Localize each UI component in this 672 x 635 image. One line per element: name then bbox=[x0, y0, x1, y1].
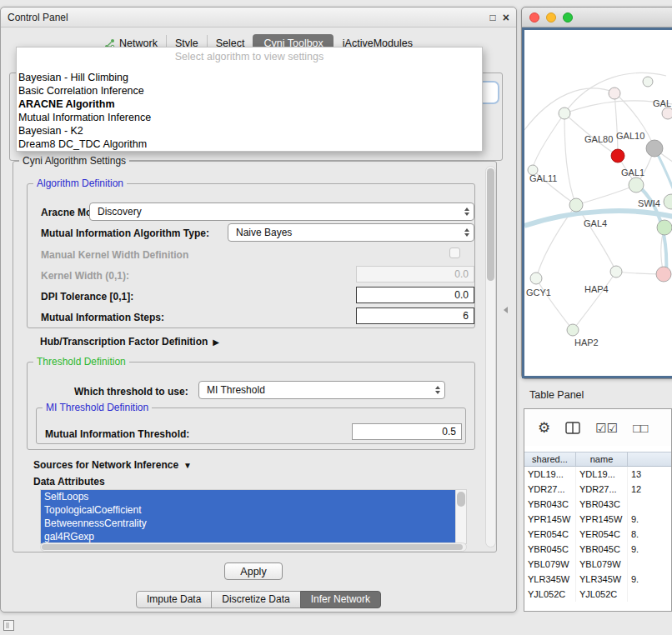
network-canvas-frame: GAL80 GAL10 GAL11 GAL1 SWI4 GAL4 GCY1 HA… bbox=[522, 28, 672, 378]
dpi-tolerance-label: DPI Tolerance [0,1]: bbox=[41, 291, 133, 302]
settings-scrollbar-track[interactable] bbox=[485, 166, 496, 548]
cell: YBL079W bbox=[576, 557, 628, 572]
network-node[interactable] bbox=[664, 194, 672, 209]
network-node[interactable] bbox=[629, 178, 644, 192]
network-node[interactable] bbox=[530, 272, 542, 284]
table-row[interactable]: YLR345W YLR345W 9. bbox=[524, 572, 671, 587]
column-header[interactable]: name bbox=[576, 452, 628, 466]
close-button[interactable] bbox=[529, 12, 539, 22]
network-node[interactable] bbox=[662, 108, 672, 119]
network-node[interactable] bbox=[569, 198, 583, 212]
desktop: Control Panel □ × Network Style Select C… bbox=[0, 0, 672, 635]
tab-infer-network[interactable]: Infer Network bbox=[300, 591, 381, 608]
hub-definition-section[interactable]: Hub/Transcription Factor Definition ▶ bbox=[40, 336, 219, 348]
manual-kernel-width-label: Manual Kernel Width Definition bbox=[41, 249, 188, 261]
column-layout-icon[interactable] bbox=[565, 422, 580, 434]
table-row[interactable]: YDL19... YDL19... 13 bbox=[524, 467, 671, 482]
float-window-button[interactable]: □ bbox=[490, 12, 496, 22]
table-row[interactable]: YER054C YER054C 8. bbox=[524, 527, 671, 542]
cell: YBL079W bbox=[524, 557, 576, 572]
mi-type-combo[interactable]: Naive Bayes bbox=[228, 223, 474, 242]
collapsed-triangle-icon[interactable]: ▶ bbox=[213, 338, 219, 347]
network-node[interactable] bbox=[643, 77, 653, 87]
network-edges-highlighted[interactable] bbox=[524, 148, 672, 274]
network-node[interactable] bbox=[559, 108, 570, 119]
table-body: YDL19... YDL19... 13 YDR27... YDR27... 1… bbox=[524, 467, 671, 602]
network-node-labels: GAL80 GAL10 GAL11 GAL1 SWI4 GAL4 GCY1 HA… bbox=[526, 98, 671, 348]
panel-dock-icon[interactable] bbox=[3, 620, 14, 631]
mi-steps-field[interactable]: 6 bbox=[356, 308, 474, 324]
cell: YDL19... bbox=[524, 467, 576, 482]
network-node-gray[interactable] bbox=[646, 140, 663, 157]
cell: 8. bbox=[628, 527, 671, 542]
table-panel-window: ⚙ ☑☑ □□ shared... name YDL19... YDL19...… bbox=[524, 408, 672, 612]
which-threshold-combo[interactable]: MI Threshold bbox=[198, 381, 445, 399]
network-canvas[interactable]: GAL80 GAL10 GAL11 GAL1 SWI4 GAL4 GCY1 HA… bbox=[524, 30, 672, 378]
dpi-tolerance-field[interactable]: 0.0 bbox=[356, 287, 474, 303]
network-node[interactable] bbox=[609, 88, 620, 99]
dropdown-item-selected[interactable]: ARACNE Algorithm bbox=[17, 98, 482, 111]
column-header[interactable] bbox=[628, 452, 671, 466]
hub-definition-label: Hub/Transcription Factor Definition bbox=[40, 336, 208, 348]
network-node[interactable] bbox=[610, 266, 622, 278]
kernel-width-field: 0.0 bbox=[356, 266, 474, 282]
attribute-item-selected[interactable]: TopologicalCoefficient bbox=[41, 503, 455, 517]
expanded-triangle-icon[interactable]: ▼ bbox=[183, 461, 192, 470]
combo-value: MI Threshold bbox=[207, 384, 265, 396]
dropdown-item[interactable]: Mutual Information Inference bbox=[17, 111, 482, 124]
cell bbox=[628, 557, 671, 572]
mi-threshold-group: MI Threshold Definition Mutual Informati… bbox=[36, 408, 466, 444]
gear-icon[interactable]: ⚙ bbox=[538, 422, 550, 434]
dropdown-item[interactable]: Bayesian - Hill Climbing bbox=[17, 71, 482, 84]
tab-impute-data[interactable]: Impute Data bbox=[136, 591, 212, 608]
field-value: 0.0 bbox=[454, 268, 469, 280]
network-node-red[interactable] bbox=[611, 149, 624, 162]
table-row[interactable]: YBR043C YBR043C bbox=[524, 497, 671, 512]
dropdown-item[interactable]: Bayesian - K2 bbox=[17, 124, 482, 138]
table-row[interactable]: YJL052C YJL052C bbox=[524, 587, 671, 602]
attribute-item-selected[interactable]: SelfLoops bbox=[41, 490, 455, 503]
close-window-button[interactable]: × bbox=[503, 12, 509, 22]
network-node-green[interactable] bbox=[657, 220, 672, 235]
attribute-item-selected[interactable]: BetweennessCentrality bbox=[41, 517, 455, 530]
network-node[interactable] bbox=[567, 324, 579, 336]
table-row[interactable]: YBR045C YBR045C 9. bbox=[524, 542, 671, 557]
mi-steps-label: Mutual Information Steps: bbox=[41, 312, 164, 323]
attributes-hscrollbar-thumb[interactable] bbox=[42, 544, 463, 550]
aracne-mode-combo[interactable]: Discovery bbox=[89, 202, 474, 221]
cell: YDR27... bbox=[524, 482, 576, 497]
threshold-definition-group: Threshold Definition Which threshold to … bbox=[27, 362, 475, 450]
cell: YER054C bbox=[524, 527, 576, 542]
mi-threshold-field[interactable]: 0.5 bbox=[352, 423, 462, 440]
attributes-scrollbar-track[interactable] bbox=[455, 490, 466, 543]
attribute-item-selected[interactable]: gal4RGexp bbox=[41, 530, 455, 543]
network-node-pink[interactable] bbox=[656, 267, 671, 282]
cell: YLR345W bbox=[524, 572, 576, 587]
bottom-tabbar: Impute Data Discretize Data Infer Networ… bbox=[1, 591, 516, 608]
zoom-button[interactable] bbox=[563, 12, 573, 22]
dropdown-item[interactable]: Basic Correlation Inference bbox=[17, 84, 482, 98]
sources-section[interactable]: Sources for Network Inference ▼ bbox=[33, 459, 192, 471]
select-all-checkboxes-icon[interactable]: ☑☑ bbox=[595, 422, 618, 434]
combo-arrows-icon bbox=[435, 386, 440, 394]
tab-discretize-data[interactable]: Discretize Data bbox=[211, 591, 300, 608]
deselect-all-checkboxes-icon[interactable]: □□ bbox=[633, 422, 648, 434]
apply-button[interactable]: Apply bbox=[224, 562, 283, 580]
attributes-scrollbar-thumb[interactable] bbox=[457, 492, 465, 507]
cell: YBR043C bbox=[576, 497, 628, 512]
table-panel-title: Table Panel bbox=[521, 383, 672, 407]
table-row[interactable]: YDR27... YDR27... 12 bbox=[524, 482, 671, 497]
traffic-lights bbox=[522, 12, 573, 22]
attributes-hscrollbar-track[interactable] bbox=[40, 542, 467, 552]
panel-splitter-arrow-icon[interactable] bbox=[504, 307, 508, 313]
minimize-button[interactable] bbox=[546, 12, 556, 22]
settings-scrollbar-thumb[interactable] bbox=[487, 168, 494, 281]
column-header[interactable]: shared... bbox=[524, 452, 576, 466]
table-row[interactable]: YBL079W YBL079W bbox=[524, 557, 671, 572]
cell: YBR045C bbox=[576, 542, 628, 557]
dropdown-item[interactable]: Dream8 DC_TDC Algorithm bbox=[17, 138, 482, 151]
cell: YDR27... bbox=[576, 482, 628, 497]
table-row[interactable]: YPR145W YPR145W 9. bbox=[524, 512, 671, 527]
node-label: GAL80 bbox=[584, 134, 613, 144]
combo-value: Naive Bayes bbox=[236, 227, 292, 238]
